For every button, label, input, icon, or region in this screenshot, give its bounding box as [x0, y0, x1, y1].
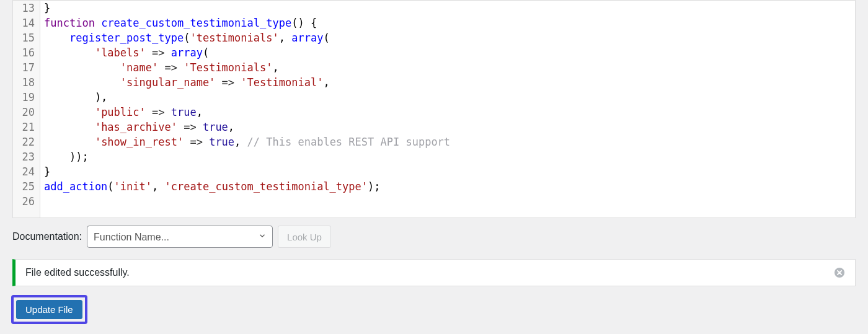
- code-content[interactable]: 'name' => 'Testimonials',: [40, 60, 855, 75]
- code-line[interactable]: 25add_action('init', 'create_custom_test…: [13, 179, 855, 194]
- code-content[interactable]: register_post_type('testimonials', array…: [40, 30, 855, 45]
- code-content[interactable]: 'show_in_rest' => true, // This enables …: [40, 134, 855, 149]
- line-number: 15: [13, 30, 40, 45]
- code-content[interactable]: 'public' => true,: [40, 105, 855, 120]
- code-line[interactable]: 22 'show_in_rest' => true, // This enabl…: [13, 134, 855, 149]
- documentation-row: Documentation: Function Name... Look Up: [12, 226, 856, 248]
- code-content[interactable]: [40, 194, 855, 209]
- line-number: 24: [13, 164, 40, 179]
- documentation-label: Documentation:: [12, 231, 82, 242]
- close-icon: [834, 267, 845, 278]
- line-number: 13: [13, 1, 40, 15]
- code-content[interactable]: }: [40, 164, 855, 179]
- code-line[interactable]: 23 ));: [13, 149, 855, 164]
- code-editor[interactable]: 13}14function create_custom_testimonial_…: [12, 0, 856, 218]
- dismiss-notice-button[interactable]: [834, 267, 845, 278]
- code-line[interactable]: 19 ),: [13, 90, 855, 105]
- line-number: 17: [13, 60, 40, 75]
- line-number: 19: [13, 90, 40, 105]
- line-number: 25: [13, 179, 40, 194]
- line-number: 26: [13, 194, 40, 209]
- code-line[interactable]: 20 'public' => true,: [13, 105, 855, 120]
- code-content[interactable]: ));: [40, 149, 855, 164]
- code-line[interactable]: 18 'singular_name' => 'Testimonial',: [13, 75, 855, 90]
- code-line[interactable]: 15 register_post_type('testimonials', ar…: [13, 30, 855, 45]
- code-line[interactable]: 21 'has_archive' => true,: [13, 120, 855, 134]
- success-notice: File edited successfully.: [12, 259, 856, 286]
- function-name-select[interactable]: Function Name...: [87, 226, 273, 248]
- update-file-highlight: Update File: [11, 295, 87, 324]
- code-line[interactable]: 16 'labels' => array(: [13, 45, 855, 60]
- code-line[interactable]: 14function create_custom_testimonial_typ…: [13, 15, 855, 30]
- code-content[interactable]: }: [40, 1, 855, 15]
- line-number: 18: [13, 75, 40, 90]
- code-line[interactable]: 17 'name' => 'Testimonials',: [13, 60, 855, 75]
- code-content[interactable]: function create_custom_testimonial_type(…: [40, 15, 855, 30]
- code-content[interactable]: 'singular_name' => 'Testimonial',: [40, 75, 855, 90]
- code-content[interactable]: add_action('init', 'create_custom_testim…: [40, 179, 855, 194]
- code-line[interactable]: 13}: [13, 1, 855, 15]
- code-line[interactable]: 26: [13, 194, 855, 209]
- line-number: 21: [13, 120, 40, 134]
- line-number: 16: [13, 45, 40, 60]
- line-number: 23: [13, 149, 40, 164]
- code-content[interactable]: ),: [40, 90, 855, 105]
- line-number: 22: [13, 134, 40, 149]
- line-number: 14: [13, 15, 40, 30]
- code-content[interactable]: 'labels' => array(: [40, 45, 855, 60]
- notice-text: File edited successfully.: [25, 267, 130, 278]
- look-up-button[interactable]: Look Up: [278, 226, 331, 248]
- code-line-partial: [13, 209, 855, 218]
- code-line[interactable]: 24}: [13, 164, 855, 179]
- update-file-button[interactable]: Update File: [16, 300, 82, 319]
- line-number: 20: [13, 105, 40, 120]
- code-content[interactable]: 'has_archive' => true,: [40, 120, 855, 134]
